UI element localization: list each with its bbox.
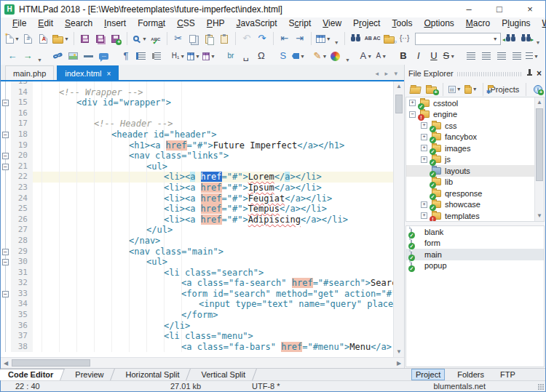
strikethrough-icon[interactable]: S▼ [442, 49, 456, 63]
mode-tab-horizontal-split[interactable]: Horizontal Split [118, 369, 194, 380]
code-text[interactable] [33, 108, 393, 119]
tab-scroll-arrows-icon[interactable]: ◂ ▸ ▾ [375, 70, 400, 77]
menu-css[interactable]: CSS [171, 17, 201, 30]
dropdown-arrow-icon[interactable]: ▼ [195, 54, 200, 59]
open-template-icon[interactable] [36, 31, 51, 46]
find-next-icon[interactable] [519, 31, 534, 46]
mode-tab-vertical-split[interactable]: Vertical Split [194, 369, 260, 380]
code-text[interactable]: <input type="text" name="query" placehol… [33, 299, 393, 310]
save-icon[interactable] [78, 31, 92, 46]
dropdown-arrow-icon[interactable]: ▼ [64, 36, 69, 41]
code-text[interactable]: <h1><a href="#">Future Imperfect</a></h1… [33, 140, 393, 151]
tree-item-js[interactable]: +✓js [406, 154, 544, 166]
minimize-button[interactable]: – [454, 1, 484, 17]
code-text[interactable]: <header id="header"> [33, 129, 393, 140]
paste-icon[interactable] [202, 31, 216, 46]
editor-vertical-scrollbar[interactable]: ▲ ▼ [393, 81, 404, 357]
code-text[interactable]: <!-- Header --> [33, 119, 393, 129]
expand-icon[interactable]: + [409, 100, 416, 106]
fold-collapse-icon[interactable]: − [2, 132, 9, 138]
code-text[interactable]: </li> [33, 321, 393, 332]
quick-search-icon[interactable]: ▼ [131, 31, 148, 46]
tree-scrollbar[interactable]: ▲ ▼ [534, 97, 544, 221]
insert-table-icon[interactable]: ▼ [186, 49, 201, 63]
special-character-icon[interactable]: Ω [254, 49, 269, 63]
menu-options[interactable]: Options [418, 17, 459, 30]
replace-icon[interactable]: AB AC [364, 31, 381, 46]
expand-icon[interactable]: + [421, 134, 427, 140]
find-in-files-icon[interactable] [382, 31, 397, 46]
code-text[interactable]: <ul> [33, 161, 393, 172]
panel-close-icon[interactable]: × [537, 69, 542, 78]
collapse-icon[interactable]: − [409, 111, 416, 118]
comment-icon[interactable]: ··· [97, 49, 111, 63]
tree-item-layouts[interactable]: +✓layouts [406, 165, 544, 177]
toolbar-overflow-icon[interactable]: ▼ [536, 40, 541, 47]
tree-item-templates[interactable]: +!templates [406, 210, 544, 222]
panel-tab-folders[interactable]: Folders [454, 369, 488, 380]
code-editor[interactable]: 1314 <!-- Wrapper -->−15 <div id="wrappe… [1, 81, 404, 357]
code-text[interactable]: </form> [33, 310, 393, 321]
code-text[interactable]: <li><a href="#">Feugiat</a></li> [33, 193, 393, 204]
dropdown-arrow-icon[interactable]: ▼ [534, 54, 539, 59]
spell-check-icon[interactable]: ABC [149, 31, 163, 46]
view-mode-icon[interactable]: 88▼ [448, 82, 462, 97]
fold-collapse-icon[interactable]: − [2, 164, 9, 170]
expand-icon[interactable]: + [421, 156, 427, 163]
line-spacing-icon[interactable]: ▼ [525, 49, 539, 63]
close-button[interactable]: × [515, 1, 545, 17]
align-left-icon[interactable] [464, 49, 478, 63]
tree-scroll-up-icon[interactable]: ▲ [535, 97, 544, 108]
fold-collapse-icon[interactable]: − [2, 249, 9, 255]
combo-dropdown-icon[interactable]: ▼ [493, 36, 498, 41]
file-item-main[interactable]: ✓main [406, 249, 544, 260]
dropdown-arrow-icon[interactable]: ▼ [210, 54, 215, 59]
mode-tab-code-editor[interactable]: Code Editor [1, 369, 68, 380]
clipboard-icon[interactable] [217, 31, 232, 46]
toolbar-overflow-icon[interactable]: ▼ [345, 57, 350, 65]
pin-icon[interactable] [526, 69, 533, 77]
menu-project[interactable]: Project [347, 17, 386, 30]
menu-javascript[interactable]: JavaScript [231, 17, 283, 30]
expand-icon[interactable]: + [421, 145, 427, 151]
scroll-up-icon[interactable]: ▲ [394, 81, 404, 92]
redo-icon[interactable]: ↷ [255, 31, 269, 46]
menu-edit[interactable]: Edit [32, 17, 59, 30]
resize-grip[interactable] [538, 384, 544, 390]
file-item-blank[interactable]: ✓blank [406, 226, 544, 238]
menu-search[interactable]: Search [59, 17, 98, 30]
toolbar-overflow-icon[interactable]: ▼ [37, 57, 42, 65]
projects-icon[interactable]: Projects [488, 82, 522, 97]
folders-icon[interactable]: ▼ [464, 82, 478, 97]
decrease-indent-icon[interactable]: ⇤ [277, 31, 292, 46]
expand-icon[interactable]: + [421, 201, 427, 208]
increase-indent-icon[interactable]: ⇥ [293, 31, 307, 46]
menu-file[interactable]: File [7, 17, 32, 30]
dropdown-arrow-icon[interactable]: ▼ [472, 87, 478, 92]
new-document-icon[interactable]: ▼ [5, 31, 20, 46]
code-text[interactable]: <li class="menu"> [33, 331, 393, 342]
fold-collapse-icon[interactable]: − [2, 259, 9, 265]
panel-tab-project[interactable]: Project [411, 369, 445, 380]
maximize-button[interactable]: □ [484, 1, 515, 17]
ordered-list-icon[interactable] [149, 49, 164, 63]
tree-item-css[interactable]: +✓css [406, 120, 544, 132]
tree-item-engine[interactable]: −!engine [406, 109, 544, 121]
scroll-right-icon[interactable]: ▶ [394, 358, 404, 368]
scroll-down-icon[interactable]: ▼ [394, 347, 404, 357]
menu-macro[interactable]: Macro [460, 17, 496, 30]
search-term-combobox[interactable]: ▼ [415, 33, 501, 45]
code-text[interactable]: <li><a href="#">Tempus</a></li> [33, 204, 393, 215]
dropdown-arrow-icon[interactable]: ▼ [450, 54, 455, 59]
dropdown-arrow-icon[interactable]: ▼ [326, 36, 331, 41]
tab-index.html[interactable]: index.html× [57, 65, 119, 80]
color-picker-icon[interactable] [328, 49, 343, 63]
font-name-icon[interactable]: A▼ [359, 49, 373, 63]
code-text[interactable] [33, 81, 393, 87]
dropdown-arrow-icon[interactable]: ▼ [456, 87, 462, 92]
toolbar-overflow-icon[interactable]: ▼ [334, 40, 339, 47]
menu-windows[interactable]: Windows [537, 17, 546, 30]
file-item-popup[interactable]: ✓popup [406, 260, 544, 272]
paragraph-icon[interactable]: ¶ [119, 49, 133, 63]
tab-close-icon[interactable]: × [106, 70, 111, 78]
